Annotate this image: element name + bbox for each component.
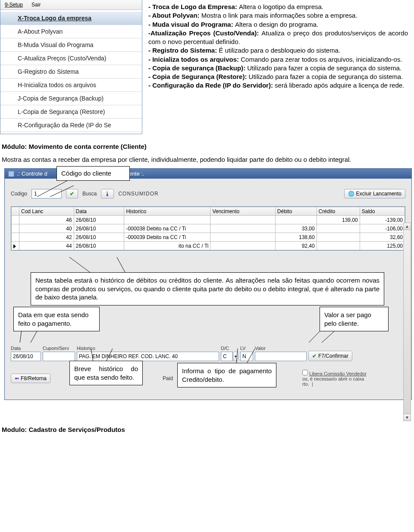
col-saldo[interactable]: Saldo <box>360 207 405 216</box>
window-icon <box>8 171 14 177</box>
field-cupom: Cupom/Serv <box>43 346 75 361</box>
desc-reg-b: - Registro do Sistema: <box>148 47 219 54</box>
cell-deb: 138,60 <box>275 233 317 242</box>
confirm-codigo-button[interactable]: ✔ <box>66 189 78 198</box>
scroll-down-icon[interactable]: ▼ <box>404 414 411 421</box>
col-debito[interactable]: Débito <box>275 207 317 216</box>
retorna-button[interactable]: ⬅ F8/Retorna <box>11 374 50 383</box>
cell-hist: -000038 Debito na CC / Ti <box>124 224 210 233</box>
table-row[interactable]: 46 26/08/10 139,00 -139,00 <box>12 216 405 224</box>
cell-saldo: 125,00 <box>360 242 405 250</box>
cliente-nome: CONSUMIDOR <box>118 191 158 197</box>
table-header-row: Cod Lanc Data Historico Vencimento Débit… <box>12 207 405 216</box>
cell-venc <box>210 242 275 250</box>
return-icon: ⬅ <box>15 375 19 381</box>
cupom-input[interactable] <box>43 352 75 361</box>
menu-item-restore[interactable]: L-Copia de Segurança (Restore) <box>0 105 142 119</box>
payment-form-row: Data Cupom/Serv Historico D/C ▾ LV <box>11 346 405 361</box>
callout-codigo-cliente: Código do cliente <box>56 166 130 181</box>
table-row[interactable]: 44 26/08/10 ito na CC / Ti 92,40 125,00 <box>12 242 405 250</box>
note-rto: rto. <box>302 381 309 387</box>
callout-data: Data em que esta sendo feito o pagamento… <box>13 307 100 331</box>
busca-button[interactable]: ⭳ <box>101 189 114 198</box>
lv-input[interactable] <box>240 352 253 361</box>
cell-venc <box>210 233 275 242</box>
section-movimento-title: Módulo: Movimento de conta corrente (Cli… <box>2 143 414 150</box>
app-window: .: Controle d um Cliente :. Código do cl… <box>4 168 412 400</box>
cell-data: 26/08/10 <box>74 216 124 224</box>
callout-tabela: Nesta tabela estará o histórico de débit… <box>31 272 384 305</box>
desc-rest-b: - Copia de Segurança (Restore): <box>148 73 249 80</box>
desc-reg: É utilizado para o desbloqueio do sistem… <box>219 47 340 54</box>
field-data: Data <box>11 346 41 361</box>
menu-item-config-rede[interactable]: R-Configuração da Rede (IP do Se <box>0 119 142 132</box>
data-input[interactable] <box>11 352 41 361</box>
menu-item-about[interactable]: A-About Polyvan <box>0 25 142 38</box>
check-icon: ✔ <box>70 191 74 197</box>
cell-cred <box>317 242 360 250</box>
cell-data: 26/08/10 <box>74 233 124 242</box>
confirmar-label: F7/Confirmar <box>318 353 348 359</box>
desc-troca-logo-b: - Troca de Logo da Empresa: <box>148 3 239 10</box>
lv-label: LV <box>240 346 253 351</box>
menu-item-troca-logo[interactable]: X-Troca Logo da empresa <box>0 12 142 25</box>
table-row[interactable]: 42 26/08/10 -000039 Debito na CC / Ti 13… <box>12 233 405 242</box>
col-codlanc[interactable]: Cod Lanc <box>19 207 74 216</box>
cell-cod: 46 <box>19 216 74 224</box>
cell-venc <box>210 224 275 233</box>
description-panel: - Troca de Logo da Empresa: Altera o log… <box>142 0 414 134</box>
confirmar-button[interactable]: ✔ F7/Confirmar <box>308 351 352 361</box>
codigo-input[interactable] <box>31 189 62 198</box>
field-dc: D/C ▾ <box>221 346 238 361</box>
callout-historico: Breve histórico do que esta sendo feito. <box>69 361 143 385</box>
dc-dropdown-button[interactable]: ▾ <box>233 352 238 361</box>
col-vencimento[interactable]: Vencimento <box>210 207 275 216</box>
codigo-label: Codigo <box>11 191 27 197</box>
menu-item-atualiza-precos[interactable]: C-Atualiza Preços (Custo/Venda) <box>0 52 142 65</box>
field-historico: Historico <box>77 346 219 361</box>
lancamentos-table-wrap: Cod Lanc Data Historico Vencimento Débit… <box>11 206 405 251</box>
historico-input[interactable] <box>77 352 219 361</box>
menu-item-backup[interactable]: J-Copia de Segurança (Backup) <box>0 92 142 105</box>
dc-input[interactable] <box>221 352 233 361</box>
check-icon: ✔ <box>312 353 317 359</box>
menu-bar-sair[interactable]: Sair <box>27 0 45 9</box>
col-credito[interactable]: Crédito <box>317 207 360 216</box>
desc-bkp: Utilizado para fazer a copia de seguranç… <box>247 64 401 72</box>
table-row[interactable]: 40 26/08/10 -000038 Debito na CC / Ti 33… <box>12 224 405 233</box>
cell-saldo: -139,00 <box>360 216 405 224</box>
menu-item-registro[interactable]: G-Registro do Sistema <box>0 65 142 79</box>
valor-label: Valor <box>255 346 307 351</box>
valor-input[interactable] <box>255 352 307 361</box>
paid-label: Paid <box>163 375 173 381</box>
data-label: Data <box>11 346 41 351</box>
cell-deb <box>275 216 317 224</box>
historico-label: Historico <box>77 346 219 351</box>
download-icon: ⭳ <box>105 191 110 197</box>
desc-muda: Altera o design do programa. <box>235 21 318 28</box>
note-caixa: os, é necessario abrir o caixa <box>302 376 367 381</box>
libera-comissao-checkbox[interactable] <box>302 370 308 375</box>
cupom-label: Cupom/Serv <box>43 346 75 351</box>
desc-rest: Utilizado para fazer a copia de seguranç… <box>249 73 403 80</box>
menu-bar-setup[interactable]: 9-Setup <box>0 0 27 9</box>
lancamentos-table: Cod Lanc Data Historico Vencimento Débit… <box>11 207 405 250</box>
menu-item-muda-visual[interactable]: B-Muda Visual do Programa <box>0 38 142 52</box>
dc-label: D/C <box>221 346 238 351</box>
cell-data: 26/08/10 <box>74 242 124 250</box>
globe-icon: 🌐 <box>348 191 354 197</box>
callout-valor: Valor a ser pago pelo cliente. <box>320 307 389 331</box>
col-historico[interactable]: Historico <box>124 207 210 216</box>
cell-saldo: 32,60 <box>360 233 405 242</box>
cell-saldo: -106,00 <box>360 224 405 233</box>
menu-item-inicializa[interactable]: H-Inicializa todos os arquivos <box>0 79 142 92</box>
excluir-lancamento-button[interactable]: 🌐 Excluir Lancamento <box>344 189 405 198</box>
setup-menu-list: X-Troca Logo da empresa A-About Polyvan … <box>0 10 142 134</box>
section-movimento-body: Mostra as contas a receber da empresa po… <box>2 155 414 164</box>
col-data[interactable]: Data <box>74 207 124 216</box>
cell-cod: 42 <box>19 233 74 242</box>
cell-cred <box>317 224 360 233</box>
scroll-up-icon[interactable]: ▲ <box>404 223 411 230</box>
cell-cod: 44 <box>19 242 74 250</box>
cell-hist: -000039 Debito na CC / Ti <box>124 233 210 242</box>
